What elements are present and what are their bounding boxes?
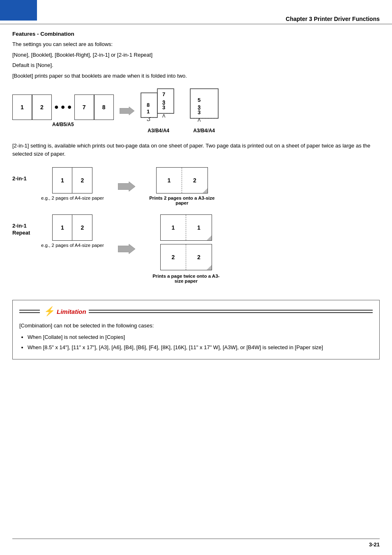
twoin1-pg1: 1 <box>53 168 72 193</box>
twoin1repeat-row: 2-in-1 Repeat 1 2 e.g., 2 pages of A4-si… <box>12 214 380 283</box>
twoin1-arrow <box>118 181 135 192</box>
para3: Default is [None]. <box>12 61 380 69</box>
twoin1repeat-res-top2: 1 <box>186 215 212 240</box>
blue-corner-decoration <box>0 0 37 21</box>
twoin1-right-caption: Prints 2 pages onto a A3-size paper <box>149 196 215 205</box>
twoin1-left-caption: e.g., 2 pages of A4-size paper <box>41 196 104 200</box>
limitation-icon: ⚡ <box>44 306 55 317</box>
page-2: 2 <box>32 94 52 120</box>
main-content: Features - Combination The settings you … <box>0 31 392 396</box>
twoin1-sub-diagram: 1 2 e.g., 2 pages of A4-size paper 1 2 <box>41 167 215 205</box>
limitation-title: Limitation <box>57 308 86 315</box>
svg-text:7: 7 <box>162 91 165 97</box>
svg-text:3: 3 <box>162 104 165 111</box>
twoin1-res1: 1 <box>157 168 182 193</box>
twoin1-left-col: 1 2 e.g., 2 pages of A4-size paper <box>41 167 104 200</box>
line1 <box>19 310 40 311</box>
limitation-lines-right <box>89 309 373 314</box>
header-line <box>0 24 392 24</box>
chapter-title: Chapter 3 Printer Driver Functions <box>286 16 380 22</box>
twoin1repeat-section: 2-in-1 Repeat 1 2 e.g., 2 pages of A4-si… <box>12 214 380 283</box>
twoin1repeat-arrow <box>118 243 135 255</box>
bullet-2: When [8.5" x 14"], [11" x 17"], [A3], [A… <box>28 343 373 352</box>
page-1: 1 <box>12 94 32 120</box>
svg-text:5: 5 <box>198 97 201 103</box>
folded-book-svg2: 5 ვ 3 Λ <box>189 88 219 125</box>
pages-group-left: 1 2 ● ● ● 7 8 A4/B5/A5 <box>12 94 114 127</box>
label-a4b5a5: A4/B5/A5 <box>52 122 74 127</box>
twoin1repeat-result-top: 1 1 <box>160 214 212 241</box>
twoin1repeat-label-line2: Repeat <box>12 230 30 236</box>
limitation-lines-left <box>19 309 40 314</box>
arrow-svg <box>120 105 134 117</box>
twoin1repeat-res-bot1: 2 <box>161 244 186 270</box>
line3 <box>89 310 373 311</box>
section-title: Features - Combination <box>12 31 380 37</box>
folded-book-svg1: 8 1 ک 7 ვ 3 Λ <box>140 88 177 125</box>
para1: The settings you can select are as follo… <box>12 40 380 48</box>
booklet-diagram: 1 2 ● ● ● 7 8 A4/B5/A5 <box>12 88 380 134</box>
twoin1repeat-res-bot2: 2 <box>186 244 212 270</box>
page-8: 8 <box>94 94 114 120</box>
svg-rect-2 <box>157 89 174 113</box>
pages-horiz: 1 2 ● ● ● 7 8 <box>12 94 114 120</box>
dots: ● ● ● <box>52 103 74 111</box>
twoin1-res2: 2 <box>182 168 208 193</box>
svg-marker-19 <box>118 244 135 254</box>
twoin1-section: 2-in-1 1 2 e.g., 2 pages of A4-size pape… <box>12 167 380 205</box>
booklet-row: 1 2 ● ● ● 7 8 A4/B5/A5 <box>12 88 380 134</box>
limitation-intro: [Combination] can not be selected in the… <box>19 322 373 330</box>
twoin1repeat-label-line1: 2-in-1 <box>12 223 27 229</box>
arrow-svg3 <box>118 243 135 255</box>
limitation-box: ⚡ Limitation [Combination] can not be se… <box>12 300 380 359</box>
para4: [Booklet] prints paper so that booklets … <box>12 72 380 80</box>
twoin1repeat-label: 2-in-1 Repeat <box>12 214 37 237</box>
twoin1-pg2: 2 <box>72 168 92 193</box>
twoin1repeat-input-pages: 1 2 <box>52 214 92 241</box>
svg-text:Λ: Λ <box>198 117 201 122</box>
para2: [None], [Booklet], [Booklet-Right], [2-i… <box>12 51 380 59</box>
svg-text:3: 3 <box>198 109 201 115</box>
page-7: 7 <box>74 94 94 120</box>
twoin1repeat-stacked: 1 1 2 2 <box>160 214 212 270</box>
twoin1repeat-sub-diagram: 1 2 e.g., 2 pages of A4-size paper 1 <box>41 214 223 283</box>
twoin1repeat-bottom-caption: Prints a page twice onto a A3-size paper <box>149 274 223 283</box>
pages-group-right2: 5 ვ 3 Λ A3/B4/A4 <box>189 88 219 134</box>
line2 <box>19 312 40 313</box>
svg-text:1: 1 <box>147 108 150 115</box>
twoin1repeat-left-caption: e.g., 2 pages of A4-size paper <box>41 243 104 248</box>
twoin1-result-pages: 1 2 <box>156 167 208 193</box>
pages-group-right1: 8 1 ک 7 ვ 3 Λ A3/B4/A4 <box>140 88 177 134</box>
arrow-svg2 <box>118 181 135 192</box>
svg-rect-12 <box>190 89 218 118</box>
twoin1-input-pages: 1 2 <box>52 167 92 193</box>
bullet-1: When [Collate] is not selected in [Copie… <box>28 333 373 342</box>
label-a3b4a4-1: A3/B4/A4 <box>148 128 169 134</box>
svg-text:8: 8 <box>147 102 150 108</box>
twoin1-row: 2-in-1 1 2 e.g., 2 pages of A4-size pape… <box>12 167 380 205</box>
twoin1repeat-left-col: 1 2 e.g., 2 pages of A4-size paper <box>41 214 104 248</box>
svg-marker-18 <box>118 182 135 191</box>
limitation-bullets: When [Collate] is not selected in [Copie… <box>19 333 373 352</box>
twoin1-right-col: 1 2 Prints 2 pages onto a A3-size paper <box>149 167 215 205</box>
twoin1repeat-pg2: 2 <box>72 215 92 240</box>
svg-text:Λ: Λ <box>162 113 166 118</box>
limitation-header: ⚡ Limitation <box>19 306 373 317</box>
svg-marker-0 <box>120 106 134 115</box>
twoin1repeat-res-top1: 1 <box>161 215 186 240</box>
label-a3b4a4-2: A3/B4/A4 <box>193 128 215 134</box>
twoin1repeat-pg1: 1 <box>53 215 72 240</box>
twoin1-label: 2-in-1 <box>12 167 37 182</box>
page-number: 3-21 <box>369 541 380 548</box>
twoin1-intro: [2-in-1] setting is, available which pri… <box>12 142 380 158</box>
svg-text:ک: ک <box>147 117 151 122</box>
line4 <box>89 312 373 313</box>
twoin1repeat-right-col: 1 1 2 2 Prints a page twice onto a A3-si… <box>149 214 223 283</box>
twoin1repeat-result-bot: 2 2 <box>160 244 212 270</box>
footer: 3-21 <box>12 539 380 548</box>
booklet-arrow <box>120 105 134 117</box>
